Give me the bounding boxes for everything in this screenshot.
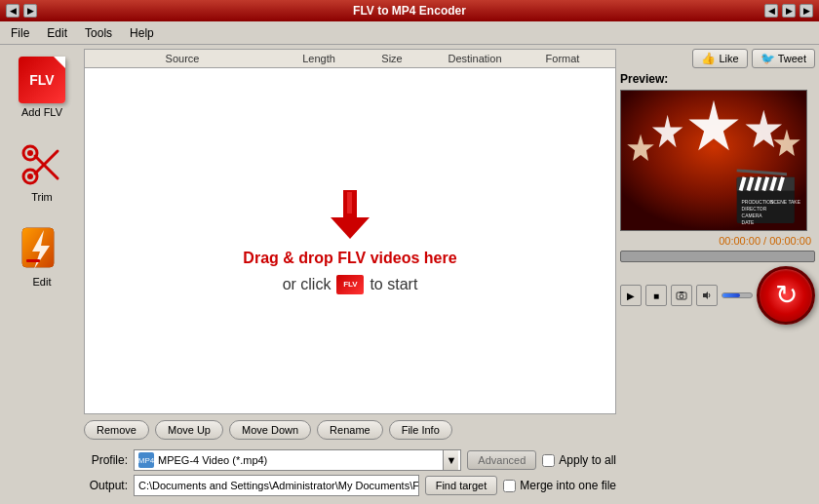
svg-text:PRODUCTION: PRODUCTION: [742, 200, 775, 205]
app-title: FLV to MP4 Encoder: [353, 4, 466, 18]
drop-text-line2: or click FLV to start: [283, 275, 418, 294]
file-list-container: Source Length Size Destination Format Dr…: [84, 49, 616, 414]
add-flv-label: Add FLV: [21, 106, 62, 118]
move-down-button[interactable]: Move Down: [229, 420, 311, 440]
menu-file[interactable]: File: [2, 23, 38, 43]
menu-bar: File Edit Tools Help: [0, 21, 819, 45]
menu-edit[interactable]: Edit: [38, 23, 76, 43]
like-button[interactable]: 👍 Like: [692, 49, 747, 68]
preview-area: PRODUCTION DIRECTOR CAMERA SCENE TAKE DA…: [620, 90, 807, 231]
tweet-button[interactable]: 🐦 Tweet: [752, 49, 815, 68]
menu-tools[interactable]: Tools: [76, 23, 121, 43]
apply-to-all-checkbox[interactable]: Apply to all: [542, 453, 616, 467]
col-header-size: Size: [358, 53, 426, 64]
audio-button[interactable]: [696, 285, 718, 306]
merge-into-one-checkbox[interactable]: Merge into one file: [503, 479, 616, 492]
scissors-icon: [19, 141, 65, 188]
profile-select[interactable]: MP4 MPEG-4 Video (*.mp4) ▼: [134, 449, 461, 471]
speaker-icon: [701, 291, 713, 300]
profile-icon: MP4: [138, 452, 154, 468]
svg-text:CAMERA: CAMERA: [742, 213, 763, 218]
profile-label: Profile:: [84, 453, 128, 467]
convert-button[interactable]: ↻: [757, 266, 815, 325]
camera-icon: [676, 291, 687, 300]
social-buttons: 👍 Like 🐦 Tweet: [620, 49, 815, 68]
thumbs-up-icon: 👍: [701, 52, 716, 65]
svg-text:SCENE  TAKE: SCENE TAKE: [770, 200, 800, 205]
svg-point-3: [27, 174, 33, 179]
output-row: Output: C:\Documents and Settings\Admini…: [84, 475, 616, 496]
title-minimize2-btn[interactable]: ◀: [764, 4, 778, 18]
file-list-header: Source Length Size Destination Format: [85, 50, 615, 68]
svg-rect-12: [347, 192, 352, 213]
output-label: Output:: [84, 479, 128, 492]
svg-marker-36: [703, 291, 708, 299]
stop-button[interactable]: ■: [645, 285, 667, 306]
output-path: C:\Documents and Settings\Administrator\…: [134, 475, 419, 496]
title-minimize-btn[interactable]: ◀: [6, 4, 20, 18]
svg-marker-11: [331, 217, 370, 239]
col-header-format: Format: [524, 53, 602, 64]
preview-image: PRODUCTION DIRECTOR CAMERA SCENE TAKE DA…: [621, 91, 806, 230]
edit-icon: [19, 226, 65, 273]
find-target-button[interactable]: Find target: [425, 476, 498, 495]
trim-button[interactable]: Trim: [19, 141, 65, 203]
profile-dropdown-arrow[interactable]: ▼: [443, 450, 458, 470]
edit-button[interactable]: Edit: [19, 226, 65, 288]
col-header-length: Length: [280, 53, 358, 64]
edit-label: Edit: [33, 276, 52, 288]
file-list-body[interactable]: Drag & drop FLV videos here or click FLV…: [85, 68, 615, 413]
svg-rect-35: [680, 291, 683, 293]
play-button[interactable]: ▶: [620, 285, 642, 306]
col-header-destination: Destination: [426, 53, 524, 64]
col-header-source: Source: [85, 53, 280, 64]
playback-controls: ▶ ■ ↻: [620, 266, 815, 325]
drop-text-line1: Drag & drop FLV videos here: [243, 250, 456, 267]
profile-section: Profile: MP4 MPEG-4 Video (*.mp4) ▼ Adva…: [84, 446, 616, 500]
menu-help[interactable]: Help: [121, 23, 163, 43]
screenshot-button[interactable]: [671, 285, 692, 306]
center-area: Source Length Size Destination Format Dr…: [84, 49, 616, 500]
right-panel: 👍 Like 🐦 Tweet Preview:: [620, 49, 815, 500]
time-display: 00:00:00 / 00:00:00: [620, 235, 815, 247]
profile-value: MPEG-4 Video (*.mp4): [158, 454, 267, 466]
trim-label: Trim: [31, 191, 53, 203]
profile-row: Profile: MP4 MPEG-4 Video (*.mp4) ▼ Adva…: [84, 449, 616, 471]
svg-line-5: [35, 151, 58, 174]
svg-rect-9: [26, 259, 40, 262]
bottom-buttons: Remove Move Up Move Down Rename File Inf…: [84, 418, 616, 442]
svg-text:DIRECTOR: DIRECTOR: [742, 207, 767, 212]
add-flv-button[interactable]: FLV Add FLV: [19, 57, 65, 118]
svg-line-4: [35, 156, 58, 178]
progress-bar[interactable]: [620, 251, 815, 262]
convert-icon: ↻: [775, 282, 798, 309]
twitter-icon: 🐦: [760, 52, 775, 65]
advanced-button[interactable]: Advanced: [467, 450, 536, 470]
drop-area: Drag & drop FLV videos here or click FLV…: [243, 188, 456, 294]
merge-into-one-input[interactable]: [503, 480, 516, 492]
svg-point-34: [680, 294, 683, 298]
flv-small-icon: FLV: [336, 275, 364, 294]
drop-arrow-icon: [326, 188, 374, 242]
preview-label: Preview:: [620, 72, 815, 86]
svg-point-2: [27, 150, 33, 156]
flv-icon: FLV: [19, 57, 65, 103]
stars-bg: PRODUCTION DIRECTOR CAMERA SCENE TAKE DA…: [621, 91, 806, 230]
volume-slider[interactable]: [722, 292, 753, 298]
sidebar: FLV Add FLV Trim: [4, 49, 80, 500]
remove-button[interactable]: Remove: [84, 420, 149, 440]
title-bar: ◀ ▶ FLV to MP4 Encoder ◀ ▶ ▶: [0, 0, 819, 21]
apply-to-all-input[interactable]: [542, 454, 555, 467]
rename-button[interactable]: Rename: [317, 420, 383, 440]
main-content: FLV Add FLV Trim: [0, 45, 819, 504]
title-close-btn[interactable]: ▶: [800, 4, 813, 18]
svg-text:DATE: DATE: [742, 220, 755, 225]
move-up-button[interactable]: Move Up: [155, 420, 223, 440]
title-restore2-btn[interactable]: ▶: [782, 4, 796, 18]
file-info-button[interactable]: File Info: [389, 420, 452, 440]
title-restore-btn[interactable]: ▶: [23, 4, 37, 18]
